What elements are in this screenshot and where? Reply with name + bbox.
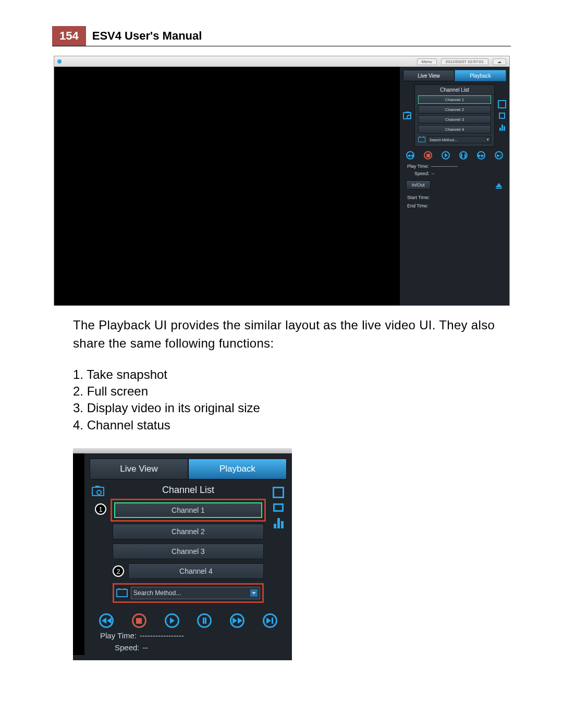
channel-item[interactable]: Channel 2 [113,524,264,539]
channel-status-icon[interactable] [274,517,284,528]
stop-button[interactable] [424,151,432,159]
end-time-label: End Time: [407,203,502,208]
list-item: 1. Take snapshot [73,366,511,383]
menu-button[interactable]: Menu [417,58,437,65]
channel-item[interactable]: Channel 4 [418,125,491,133]
chevron-down-icon [250,589,258,597]
page-title: ESV4 User's Manual [86,26,202,46]
channel-list-title: Channel List [418,87,491,93]
list-item: 4. Channel status [73,417,511,434]
live-view-tab[interactable]: Live View [403,70,455,81]
stop-button[interactable] [132,613,146,628]
pause-button[interactable]: ❚❚ [459,151,468,159]
channel-item[interactable]: Channel 1 [418,95,491,104]
next-button[interactable] [263,613,277,628]
cloud-icon[interactable]: ☁ [493,58,506,65]
fullscreen-icon[interactable] [273,487,284,498]
forward-button[interactable]: ▶▶ [477,151,485,159]
snapshot-icon[interactable] [92,487,104,496]
search-method-dropdown[interactable]: Search Method... [131,587,260,599]
in-out-button[interactable]: In/Out [406,180,431,190]
channel-item[interactable]: Channel 4 [128,563,264,579]
transport-controls [90,605,287,631]
list-item: 2. Full screen [73,383,511,400]
playback-tab[interactable]: Playback [455,70,506,81]
playback-ui-screenshot: Menu 2012/03/07 10:57:01 ☁ Live View Pla… [54,56,510,306]
snapshot-icon[interactable] [403,112,411,120]
search-method-label: Search Method... [430,138,457,142]
page-header: 154 ESV4 User's Manual [52,26,511,46]
fullscreen-icon[interactable] [498,100,506,108]
playback-tab[interactable]: Playback [188,459,287,479]
forward-button[interactable] [230,613,244,628]
video-edge [73,453,84,655]
list-item: 3. Display video in its original size [73,400,511,416]
channel-list-title: Channel List [162,485,214,496]
export-icon[interactable] [496,183,502,187]
channel-item[interactable]: Channel 2 [418,105,491,114]
pause-button[interactable] [197,613,212,628]
speed-value: -- [432,171,435,176]
original-size-icon[interactable] [273,503,284,512]
callout-marker: 1 [95,503,106,515]
original-size-icon[interactable] [499,113,505,119]
window-titlebar-strip [73,448,292,453]
play-time-value: ----------------- [431,164,458,169]
rewind-button[interactable] [99,613,114,628]
datetime-display: 2012/03/07 10:57:01 [441,58,488,65]
search-type-icon[interactable] [418,137,425,142]
search-method-dropdown[interactable]: Search Method... ▾ [427,136,491,143]
speed-label: Speed: [414,171,430,176]
speed-label: Speed: [115,643,140,652]
play-button[interactable] [165,613,179,628]
play-time-value: ----------------- [140,631,184,640]
callout-marker: 2 [113,565,124,577]
side-panel: Live View Playback Channel List Channel … [400,67,509,305]
next-button[interactable]: ▶| [495,151,503,159]
channel-status-icon[interactable] [498,123,506,131]
transport-controls: ◀◀ ❚❚ ▶▶ ▶| [403,147,506,164]
channel-item[interactable]: Channel 3 [113,544,264,559]
play-time-label: Play Time: [407,164,429,169]
play-button[interactable] [442,151,450,159]
video-area [54,67,400,305]
search-highlight-box: Search Method... [113,583,264,603]
page-number: 154 [52,26,86,46]
search-method-label: Search Method... [133,589,181,597]
speed-value: -- [143,643,148,652]
channel-list-panel: Channel List Channel 1 Channel 2 Channel… [414,84,495,147]
window-icon [57,59,62,64]
chevron-down-icon: ▾ [487,138,489,142]
rewind-button[interactable]: ◀◀ [406,151,414,159]
channel-item[interactable]: Channel 1 [114,502,262,518]
channel-highlight-box: Channel 1 [111,499,266,522]
window-titlebar: Menu 2012/03/07 10:57:01 ☁ [54,56,509,67]
functions-list: 1. Take snapshot 2. Full screen 3. Displ… [73,366,511,434]
search-type-icon[interactable] [116,589,128,597]
live-view-tab[interactable]: Live View [90,459,188,479]
description-paragraph: The Playback UI provides the similar lay… [73,316,511,353]
play-time-label: Play Time: [100,631,137,640]
playback-panel-zoom: Live View Playback Channel List 1 Channe… [73,448,292,660]
start-time-label: Start Time: [407,195,502,200]
channel-item[interactable]: Channel 3 [418,115,491,124]
